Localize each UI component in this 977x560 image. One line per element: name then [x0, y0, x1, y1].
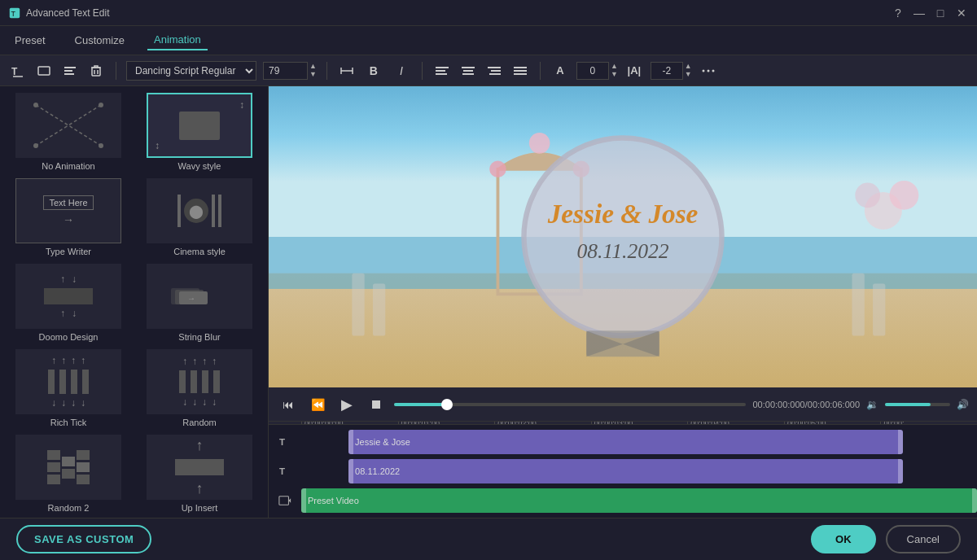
play-button[interactable]: ▶	[335, 393, 358, 416]
toolbar-separator-4	[540, 62, 541, 80]
progress-bar[interactable]	[394, 403, 746, 406]
right-panel: Jessie & Jose 08.11.2022	[269, 86, 977, 518]
baseline-icon[interactable]: |A|	[624, 61, 644, 81]
text-align-icon[interactable]	[60, 61, 80, 81]
volume-up-icon[interactable]: 🔊	[957, 399, 969, 410]
font-spacing-icon[interactable]	[337, 61, 357, 81]
bold-button[interactable]: B	[363, 60, 384, 81]
text-transform-icon[interactable]: T	[8, 61, 28, 81]
clip-handle-right-text2[interactable]	[898, 459, 903, 483]
more-options-icon[interactable]	[699, 61, 718, 81]
svg-point-31	[99, 103, 103, 107]
animation-cinema-style[interactable]: ⬤ Cinema style	[134, 175, 265, 260]
ok-button[interactable]: OK	[811, 525, 876, 553]
svg-rect-21	[489, 73, 501, 75]
track-content-text2[interactable]: 08.11.2022	[301, 459, 977, 483]
svg-point-26	[707, 69, 709, 72]
volume-slider[interactable]	[885, 403, 950, 406]
menu-customize[interactable]: Customize	[68, 31, 131, 50]
animation-up-insert[interactable]: ↑ ↑ Up Insert	[134, 431, 265, 516]
cinema-style-label: Cinema style	[173, 247, 226, 256]
title-bar-controls: ? — □ ✕	[891, 6, 969, 20]
tracking-up-icon[interactable]: ▲	[611, 63, 618, 70]
font-size-down-icon[interactable]: ▼	[309, 71, 317, 78]
cinema-circle: ⬤	[184, 199, 208, 223]
font-family-select[interactable]: Dancing Script Regular	[126, 61, 256, 81]
timeline-area: 00:00:00:00 00:00:01:00 00:00:02:00 00:0…	[269, 422, 977, 518]
animation-no-animation[interactable]: No Animation	[3, 90, 134, 174]
minimize-button[interactable]: —	[912, 6, 927, 20]
up-insert-arrow-top-icon: ↑	[196, 437, 204, 454]
font-size-up-icon[interactable]: ▲	[309, 63, 317, 70]
volume-fill	[885, 403, 931, 406]
clip-handle-right-text1[interactable]	[898, 430, 903, 454]
toolbar-separator-3	[422, 62, 423, 80]
cinema-bar-1	[177, 195, 181, 227]
delete-icon[interactable]	[86, 61, 106, 81]
skip-back-button[interactable]: ⏮	[277, 393, 300, 416]
font-color-icon[interactable]: A	[550, 61, 570, 81]
beach-svg: Jessie & Jose 08.11.2022	[269, 86, 977, 387]
clip-handle-left-text1[interactable]	[348, 430, 353, 454]
kerning-down-icon[interactable]: ▼	[685, 71, 692, 78]
menu-preset[interactable]: Preset	[8, 31, 52, 50]
string-blur-label: String Blur	[178, 332, 220, 342]
up-insert-thumb: ↑ ↑	[147, 435, 252, 500]
clip-handle-right-video[interactable]	[972, 488, 977, 513]
maximize-button[interactable]: □	[933, 6, 948, 20]
cinema-style-thumb: ⬤	[147, 178, 252, 243]
save-custom-button[interactable]: SAVE AS CUSTOM	[16, 525, 151, 553]
up-insert-bar	[175, 459, 224, 475]
cinema-bar-3	[218, 195, 221, 227]
tracking-input[interactable]	[576, 62, 609, 80]
wavy-rect	[179, 112, 220, 140]
type-writer-thumb: Text Here →	[15, 178, 121, 243]
help-button[interactable]: ?	[891, 6, 905, 20]
svg-point-63	[855, 182, 880, 208]
animation-random[interactable]: ↑ ↑ ↑ ↑ ↓ ↓ ↓ ↓	[134, 346, 265, 431]
track-clip-text1[interactable]: Jessie & Jose	[348, 430, 903, 454]
menu-animation[interactable]: Animation	[147, 30, 208, 50]
track-content-video[interactable]: Preset Video	[301, 488, 977, 513]
stop-button[interactable]: ⏹	[365, 393, 388, 416]
animation-doomo-design[interactable]: ↑↓ ↑↓ Doomo Design	[3, 260, 134, 345]
string-blur-icon: →	[163, 272, 236, 321]
tracking-down-icon[interactable]: ▼	[611, 71, 618, 78]
track-clip-text2[interactable]: 08.11.2022	[348, 459, 903, 483]
doomo-arrows-bottom-icon: ↑↓	[60, 308, 77, 319]
cancel-button[interactable]: Cancel	[886, 525, 961, 553]
text-box-icon[interactable]	[34, 61, 54, 81]
step-back-button[interactable]: ⏪	[306, 393, 329, 416]
bottom-right-buttons: OK Cancel	[811, 525, 961, 553]
kerning-up-icon[interactable]: ▲	[685, 63, 692, 70]
close-button[interactable]: ✕	[954, 6, 969, 20]
svg-point-27	[712, 69, 714, 72]
italic-button[interactable]: I	[391, 60, 412, 81]
bottom-bar: SAVE AS CUSTOM OK Cancel	[0, 518, 977, 560]
random2-label: Random 2	[48, 503, 90, 513]
align-center-icon[interactable]	[458, 61, 478, 81]
animation-rich-tick[interactable]: ↑↑↑↑ ↓↓↓↓ Rich Tick	[3, 346, 134, 431]
animation-string-blur[interactable]: → String Blur	[134, 260, 265, 345]
font-size-input[interactable]	[263, 62, 308, 80]
clip-label-text1: Jessie & Jose	[355, 437, 410, 447]
clip-handle-left-video[interactable]	[301, 488, 306, 513]
kerning-input[interactable]	[651, 62, 683, 80]
type-writer-label: Type Writer	[46, 247, 91, 256]
wavy-style-thumb: ↕ ↕	[147, 93, 252, 158]
track-clip-video[interactable]: Preset Video	[301, 488, 977, 513]
svg-point-32	[33, 143, 38, 148]
clip-handle-left-text2[interactable]	[348, 459, 353, 483]
volume-down-icon[interactable]: 🔉	[866, 399, 878, 410]
justify-icon[interactable]	[510, 61, 530, 81]
animation-type-writer[interactable]: Text Here → Type Writer	[3, 175, 134, 260]
animation-wavy-style[interactable]: ↕ ↕ Wavy style	[134, 90, 265, 174]
svg-rect-60	[873, 284, 885, 336]
random-thumb: ↑ ↑ ↑ ↑ ↓ ↓ ↓ ↓	[147, 349, 252, 414]
track-content-text1[interactable]: Jessie & Jose	[301, 430, 977, 454]
svg-rect-59	[852, 273, 864, 336]
align-right-icon[interactable]	[484, 61, 504, 81]
svg-rect-58	[373, 284, 385, 336]
animation-random-2[interactable]: Random 2	[3, 431, 134, 516]
align-left-icon[interactable]	[432, 61, 452, 81]
